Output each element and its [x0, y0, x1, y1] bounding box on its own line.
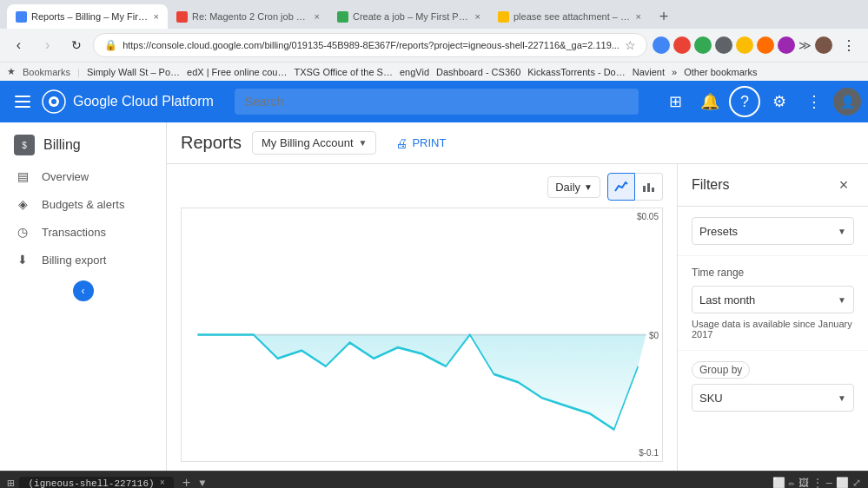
svg-point-2	[51, 99, 56, 104]
bookmark-6[interactable]: KickassTorrents - Do…	[527, 67, 625, 77]
tab-3-title: Create a job – My First Project –…	[353, 11, 471, 22]
nav-search	[235, 89, 639, 115]
budgets-icon: ◈	[14, 197, 31, 211]
bookmark-label: Bookmarks	[23, 67, 70, 77]
terminal-toolbar: ⊞ (igneous-shell-227116) × + ▼ ⬜ ✏ 🖼 ⋮ —…	[0, 471, 868, 488]
star-icon[interactable]: ☆	[625, 38, 636, 52]
tab-2-favicon	[176, 11, 188, 23]
terminal-grid-icon[interactable]: ⊞	[7, 476, 14, 488]
daily-dropdown-icon: ▼	[584, 182, 593, 192]
filter-close-button[interactable]: ×	[833, 175, 854, 195]
tab-4-close[interactable]: ×	[636, 11, 641, 22]
search-input[interactable]	[235, 89, 639, 115]
bar-chart-icon	[641, 179, 657, 195]
presets-select[interactable]: Presets ▼	[692, 217, 854, 245]
browser-chrome: Reports – Billing – My First Proj… × Re:…	[0, 0, 868, 81]
presets-section: Presets ▼	[678, 207, 868, 256]
gcp-logo-icon	[42, 89, 66, 114]
chart-area: Daily ▼	[167, 164, 677, 471]
sidebar-item-billing-export[interactable]: ⬇ Billing export	[0, 246, 166, 274]
tab-2[interactable]: Re: Magento 2 Cron job on Goo… ×	[168, 4, 328, 29]
bar-chart-button[interactable]	[635, 173, 663, 201]
print-icon: 🖨	[395, 136, 407, 150]
presets-arrow-icon: ▼	[838, 227, 846, 236]
tab-1-close[interactable]: ×	[154, 11, 159, 22]
time-range-select[interactable]: Last month ▼	[692, 286, 854, 313]
terminal-dropdown-button[interactable]: ▼	[199, 478, 205, 489]
group-by-header: Group by	[692, 361, 854, 379]
print-button[interactable]: 🖨 PRINT	[387, 132, 454, 155]
tab-2-close[interactable]: ×	[315, 11, 320, 22]
apps-icon[interactable]: ⊞	[659, 86, 691, 117]
tab-3[interactable]: Create a job – My First Project –… ×	[328, 4, 489, 29]
tab-4[interactable]: please see attachment – Google… ×	[489, 4, 650, 29]
bookmark-7[interactable]: Navient	[633, 67, 665, 77]
sidebar-item-budgets[interactable]: ◈ Budgets & alerts	[0, 190, 166, 218]
terminal-tab[interactable]: (igneous-shell-227116) ×	[19, 477, 173, 489]
nav-logo: Google Cloud Platform	[42, 89, 214, 114]
terminal-minimize-icon[interactable]: —	[826, 478, 832, 489]
terminal-window-icon[interactable]: ⬜	[772, 477, 785, 488]
address-bar[interactable]: 🔒 https://console.cloud.google.com/billi…	[93, 33, 647, 57]
usage-note: Usage data is available since January 20…	[692, 319, 854, 340]
bookmark-1[interactable]: Simply Wall St – Po…	[87, 67, 180, 77]
print-label: PRINT	[412, 136, 446, 149]
terminal-add-button[interactable]: +	[179, 476, 195, 489]
line-chart-button[interactable]	[607, 173, 635, 201]
ext-icon-6[interactable]	[757, 36, 774, 54]
terminal-tab-label: (igneous-shell-227116)	[28, 478, 154, 489]
back-button[interactable]: ‹	[7, 33, 30, 57]
terminal-edit-icon[interactable]: ✏	[789, 477, 795, 488]
bookmark-3[interactable]: TXSG Office of the S…	[294, 67, 393, 77]
more-icon[interactable]: ⋮	[798, 86, 830, 117]
chart-wrapper: $0.05 $0 $-0.1	[181, 208, 663, 462]
ext-icon-4[interactable]	[715, 36, 732, 54]
forward-button[interactable]: ›	[36, 33, 59, 57]
bookmark-2[interactable]: edX | Free online cou…	[187, 67, 287, 77]
hamburger-button[interactable]	[7, 86, 38, 117]
sidebar-collapse-btn[interactable]: ‹	[73, 280, 94, 301]
terminal-maximize-icon[interactable]: ⬜	[836, 477, 849, 488]
url-text: https://console.cloud.google.com/billing…	[123, 40, 620, 50]
avatar[interactable]: 👤	[833, 88, 861, 115]
sidebar-item-transactions[interactable]: ◷ Transactions	[0, 218, 166, 246]
ext-icon-1[interactable]	[653, 36, 670, 54]
sidebar-item-overview[interactable]: ▤ Overview	[0, 162, 166, 190]
app: Google Cloud Platform ⊞ 🔔 ? ⚙ ⋮ 👤 $ Bill…	[0, 81, 868, 471]
billing-account-button[interactable]: My Billing Account ▼	[252, 131, 376, 155]
ext-more-icon[interactable]: ≫	[798, 38, 812, 52]
bookmarks-more[interactable]: »	[672, 67, 677, 77]
bookmark-5[interactable]: Dashboard - CS360	[436, 67, 520, 77]
terminal-tab-close-icon[interactable]: ×	[160, 478, 165, 488]
tab-1[interactable]: Reports – Billing – My First Proj… ×	[7, 4, 168, 29]
time-range-arrow-icon: ▼	[838, 295, 846, 305]
bookmark-4[interactable]: engVid	[400, 67, 429, 77]
settings-icon[interactable]: ⚙	[764, 86, 795, 117]
terminal-image-icon[interactable]: 🖼	[798, 477, 809, 488]
hamburger-icon	[15, 96, 30, 108]
other-bookmarks[interactable]: Other bookmarks	[684, 67, 757, 77]
ext-icon-2[interactable]	[673, 36, 691, 54]
notifications-icon[interactable]: 🔔	[694, 86, 726, 117]
reload-button[interactable]: ↻	[64, 33, 88, 57]
ext-icon-5[interactable]	[736, 36, 753, 54]
tab-1-favicon	[16, 11, 27, 23]
sidebar-item-budgets-label: Budgets & alerts	[42, 198, 124, 211]
tab-3-close[interactable]: ×	[475, 11, 480, 22]
terminal-more-icon[interactable]: ⋮	[812, 477, 823, 488]
billing-icon: $	[14, 135, 35, 155]
daily-select[interactable]: Daily ▼	[547, 176, 600, 198]
new-tab-button[interactable]: +	[652, 4, 676, 29]
group-by-select[interactable]: SKU ▼	[692, 384, 854, 412]
sidebar-item-overview-label: Overview	[42, 170, 89, 183]
menu-button[interactable]: ⋮	[838, 33, 861, 57]
sidebar-header: $ Billing	[0, 122, 166, 162]
nav-title: Google Cloud Platform	[73, 94, 214, 109]
ext-icon-7[interactable]	[778, 36, 795, 54]
ext-icon-8[interactable]	[815, 36, 832, 54]
ext-icon-3[interactable]	[694, 36, 712, 54]
terminal-expand-icon[interactable]: ⤢	[852, 477, 861, 488]
transactions-icon: ◷	[14, 225, 31, 239]
help-icon[interactable]: ?	[729, 86, 760, 117]
browser-toolbar: ‹ › ↻ 🔒 https://console.cloud.google.com…	[0, 29, 868, 62]
